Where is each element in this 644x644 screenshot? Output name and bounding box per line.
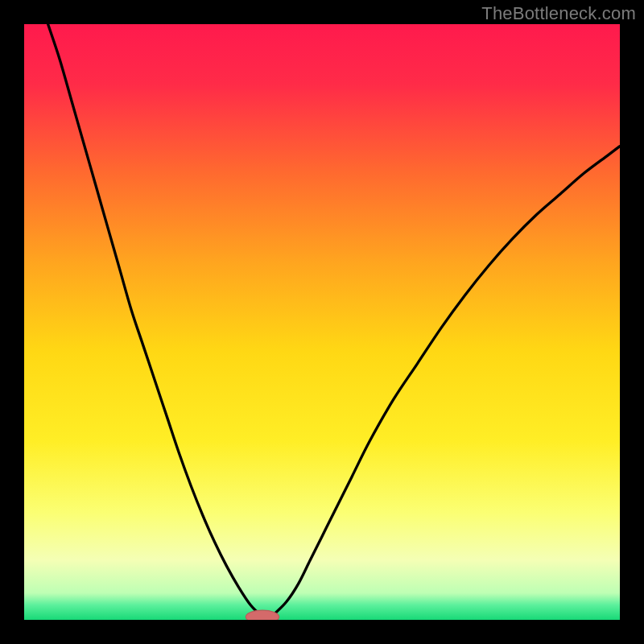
gradient-background (24, 24, 620, 620)
attribution-text: TheBottleneck.com (481, 3, 636, 24)
chart-frame: TheBottleneck.com (0, 0, 644, 644)
plot-area (24, 24, 620, 620)
plot-svg (24, 24, 620, 620)
minimum-marker (246, 610, 279, 620)
